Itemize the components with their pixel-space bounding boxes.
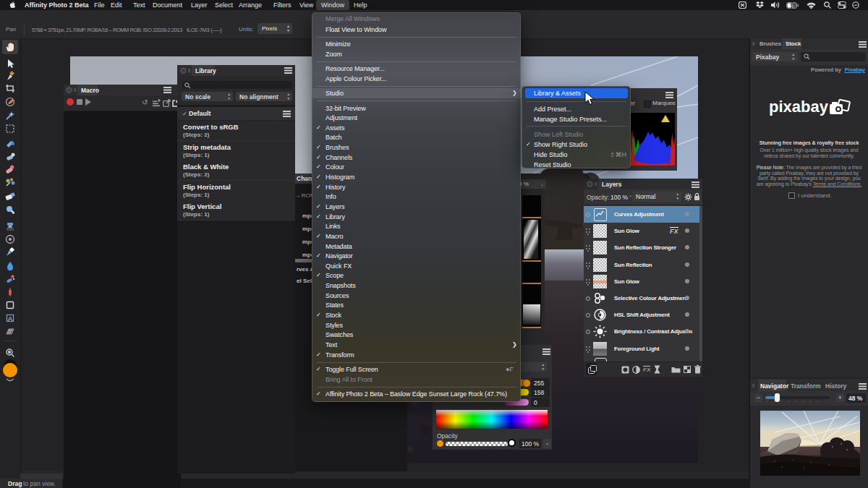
- svg-text:A: A: [8, 315, 12, 322]
